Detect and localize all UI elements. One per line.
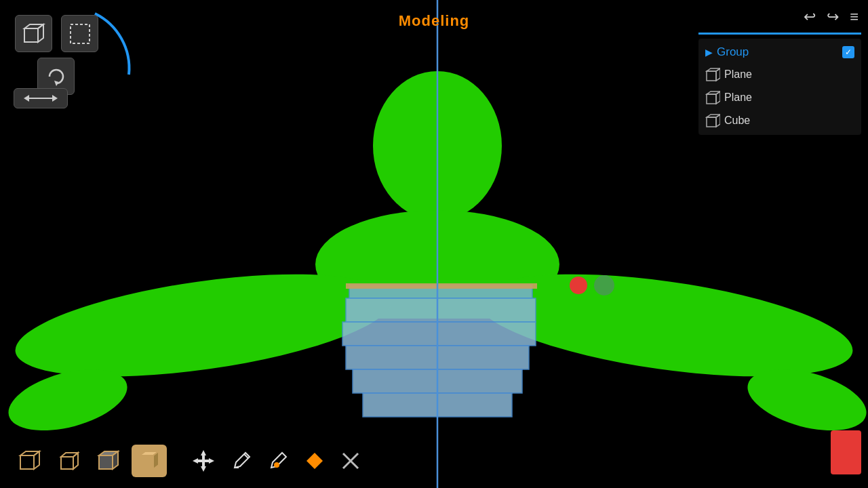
wireframe-cube-button[interactable] bbox=[14, 446, 46, 476]
modeling-label: Modeling bbox=[399, 12, 470, 30]
close-tool-button[interactable] bbox=[336, 448, 365, 474]
svg-marker-24 bbox=[52, 95, 58, 102]
nav-widget bbox=[7, 7, 136, 108]
edit-tool-button[interactable] bbox=[226, 447, 256, 474]
svg-marker-46 bbox=[201, 450, 206, 455]
svg-point-54 bbox=[274, 462, 279, 468]
svg-rect-15 bbox=[346, 283, 537, 289]
svg-rect-17 bbox=[24, 28, 38, 42]
menu-button[interactable]: ≡ bbox=[847, 7, 861, 27]
svg-rect-34 bbox=[20, 455, 34, 469]
nav-rect-select-button[interactable] bbox=[61, 15, 98, 52]
svg-marker-47 bbox=[201, 466, 206, 472]
svg-rect-51 bbox=[198, 460, 209, 462]
tree-item-cube[interactable]: Cube bbox=[698, 109, 861, 132]
svg-marker-49 bbox=[209, 458, 214, 464]
svg-marker-27 bbox=[716, 68, 720, 81]
group-label: Group bbox=[717, 45, 749, 59]
svg-marker-19 bbox=[38, 24, 43, 42]
top-right-toolbar: ↩ ↪ ≡ bbox=[698, 7, 861, 27]
svg-marker-45 bbox=[153, 451, 159, 469]
red-action-button[interactable] bbox=[831, 430, 861, 474]
group-item[interactable]: ▶ Group ✓ bbox=[698, 41, 861, 63]
pen-tool-button[interactable] bbox=[263, 447, 293, 474]
right-panel: ↩ ↪ ≡ ▶ Group ✓ Plane bbox=[698, 7, 861, 135]
paint-tool-button[interactable] bbox=[300, 447, 330, 474]
plane-2-label: Plane bbox=[724, 92, 752, 104]
group-arrow: ▶ bbox=[705, 47, 713, 58]
viewport: Modeling bbox=[0, 0, 868, 488]
svg-marker-39 bbox=[73, 453, 78, 469]
svg-rect-43 bbox=[140, 455, 153, 469]
svg-marker-55 bbox=[307, 453, 323, 469]
bottom-toolbar bbox=[0, 434, 868, 488]
nav-arrows-button[interactable] bbox=[14, 88, 68, 108]
filled-cube-button[interactable] bbox=[132, 445, 167, 477]
perspective-cube-button[interactable] bbox=[53, 446, 85, 476]
nav-cube-button[interactable] bbox=[15, 15, 52, 52]
red-handle[interactable] bbox=[570, 277, 587, 294]
tree-item-plane-2[interactable]: Plane bbox=[698, 86, 861, 109]
svg-marker-23 bbox=[24, 95, 29, 102]
tree-item-plane-1[interactable]: Plane bbox=[698, 63, 861, 86]
svg-marker-33 bbox=[716, 115, 720, 127]
plane-icon-1 bbox=[705, 67, 720, 82]
svg-rect-28 bbox=[707, 94, 716, 104]
svg-rect-25 bbox=[707, 71, 716, 81]
svg-rect-37 bbox=[61, 457, 73, 469]
redo-button[interactable]: ↪ bbox=[824, 7, 842, 27]
svg-rect-11 bbox=[342, 322, 536, 346]
svg-marker-48 bbox=[193, 458, 198, 464]
cube-label: Cube bbox=[724, 115, 750, 127]
cube-icon bbox=[705, 113, 720, 128]
svg-rect-40 bbox=[99, 455, 113, 469]
blue-divider bbox=[698, 33, 861, 35]
green-handle[interactable] bbox=[594, 275, 614, 296]
plane-1-label: Plane bbox=[724, 68, 752, 81]
svg-rect-20 bbox=[71, 24, 90, 43]
plane-icon-2 bbox=[705, 90, 720, 105]
svg-marker-36 bbox=[34, 451, 39, 469]
svg-marker-30 bbox=[716, 92, 720, 104]
scene-tree: ▶ Group ✓ Plane Plane bbox=[698, 39, 861, 135]
svg-rect-10 bbox=[346, 298, 536, 322]
group-checkbox[interactable]: ✓ bbox=[842, 46, 854, 58]
move-tool-button[interactable] bbox=[187, 446, 220, 476]
undo-button[interactable]: ↩ bbox=[801, 7, 818, 27]
solid-cube-button[interactable] bbox=[92, 446, 125, 476]
svg-rect-31 bbox=[707, 117, 716, 127]
svg-marker-42 bbox=[113, 451, 118, 469]
